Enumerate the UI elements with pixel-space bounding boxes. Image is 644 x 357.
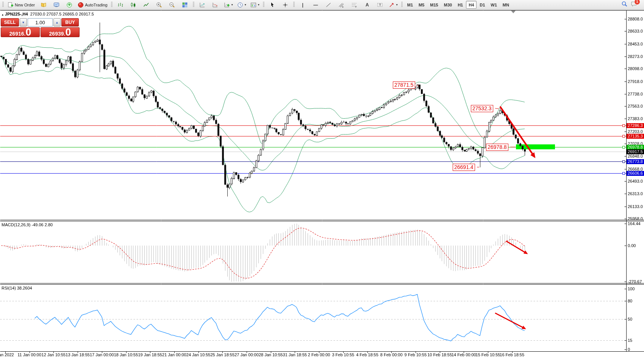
autotrading-button[interactable]: AutoTrading (76, 0, 109, 9)
price-line-handle[interactable] (622, 172, 625, 175)
channel-tool-button[interactable]: E (335, 0, 348, 9)
one-click-trade-panel: SELL ▼ 1.00 ▲ BUY 26916.0 26939.0 (1, 18, 80, 37)
toolbar-grip[interactable] (263, 2, 264, 8)
price-line-tag[interactable]: 26917.5 (627, 149, 644, 154)
text-tool-icon: A (366, 2, 369, 8)
chart-shift-button[interactable] (209, 0, 222, 9)
trendline-tool-button[interactable] (322, 0, 335, 9)
price-axis-label: 26493.0 (628, 179, 643, 183)
new-order-button[interactable]: New Order (6, 0, 37, 9)
market-watch-button[interactable] (37, 0, 50, 9)
candlestick-chart-button[interactable] (127, 0, 140, 9)
price-annotation[interactable]: 27871.5 (393, 81, 415, 89)
sell-price[interactable]: 26916.0 (1, 27, 40, 37)
timeframe-M30[interactable]: M30 (441, 1, 455, 9)
text-label-icon: T (377, 2, 383, 8)
period-button[interactable]: ▾ (235, 0, 248, 9)
price-axis-label: 28453.0 (628, 42, 643, 46)
macd-axis-label: -270.67 (628, 279, 642, 284)
add-indicator-button[interactable]: ▾ (222, 0, 235, 9)
terminal-icon (53, 2, 59, 8)
toolbar-grip[interactable] (193, 2, 194, 8)
timeframe-MN[interactable]: MN (500, 1, 512, 9)
text-tool-button[interactable]: A (361, 0, 374, 9)
volume-increase-button[interactable]: ▲ (53, 18, 61, 27)
timeframe-M15[interactable]: M15 (427, 1, 441, 9)
price-line-tag[interactable]: 27135.3 (627, 134, 644, 139)
price-line-tag[interactable]: 26773.8 (627, 159, 644, 164)
price-annotation[interactable]: 26978.8 (486, 144, 508, 151)
trendline-icon (325, 2, 331, 8)
price-axis-label: 26313.0 (628, 191, 643, 196)
svg-text:E: E (342, 5, 344, 8)
timeframe-M5[interactable]: M5 (416, 1, 427, 9)
timeframe-H1[interactable]: H1 (455, 1, 466, 9)
price-axis-label: 27738.0 (628, 92, 643, 96)
zoom-out-icon (169, 2, 175, 8)
arrows-shapes-icon (389, 2, 395, 8)
buy-price[interactable]: 26939.0 (41, 27, 80, 37)
line-chart-button[interactable] (140, 0, 153, 9)
price-line-tag[interactable]: 26606.6 (627, 171, 644, 176)
new-order-label: New Order (15, 3, 35, 7)
price-axis-label: 27383.0 (628, 116, 643, 121)
timeframe-M1[interactable]: M1 (405, 1, 416, 9)
price-annotation[interactable]: 27532.3 (471, 105, 493, 112)
timeframe-group: M1M5M15M30H1H4D1W1MN (405, 1, 512, 9)
horizontal-line-tool-button[interactable]: — (309, 0, 322, 9)
toolbar-grip[interactable] (293, 2, 295, 8)
chart-mark-icon (212, 2, 218, 8)
timeframe-D1[interactable]: D1 (477, 1, 488, 9)
zoom-out-button[interactable] (166, 0, 178, 9)
zoom-in-button[interactable] (153, 0, 166, 9)
crosshair-tool-button[interactable] (279, 0, 292, 9)
toolbar-grip[interactable] (401, 2, 403, 8)
search-button[interactable] (621, 1, 628, 9)
price-line-handle[interactable] (622, 124, 625, 127)
price-axis-label: 27203.0 (628, 129, 643, 134)
chevron-down-icon: ▾ (231, 3, 233, 6)
price-axis-label: 26848.0 (628, 154, 643, 158)
chart-canvas[interactable] (0, 0, 644, 357)
timeframe-W1[interactable]: W1 (488, 1, 500, 9)
cursor-tool-button[interactable] (266, 0, 279, 9)
notifications-button[interactable]: 1 (631, 1, 638, 9)
chevron-down-icon: ▾ (258, 3, 259, 6)
sell-button[interactable]: SELL (1, 18, 19, 27)
auto-arrange-button[interactable] (196, 0, 209, 9)
price-line-handle[interactable] (622, 135, 625, 138)
price-line-handle[interactable] (622, 146, 625, 149)
clock-icon (237, 2, 243, 8)
timeframe-H4[interactable]: H4 (466, 1, 477, 9)
volume-input[interactable]: 1.00 (28, 18, 53, 27)
volume-decrease-button[interactable]: ▼ (20, 18, 27, 27)
vertical-line-tool-button[interactable]: | (297, 0, 309, 9)
toolbar-grip[interactable] (111, 2, 113, 8)
price-annotation[interactable]: 26691.4 (453, 164, 475, 171)
shapes-tool-button[interactable]: ▾ (387, 0, 400, 9)
news-button[interactable] (63, 0, 75, 9)
chart-scroll-marker[interactable] (511, 11, 516, 13)
candlestick-icon (130, 2, 136, 8)
tile-windows-button[interactable] (179, 0, 191, 9)
buy-button[interactable]: BUY (61, 18, 79, 27)
cursor-icon (269, 2, 275, 8)
price-axis-label: 26133.0 (628, 204, 643, 209)
book-icon (41, 2, 47, 8)
fibonacci-tool-button[interactable]: F (348, 0, 361, 9)
label-tool-button[interactable]: T (374, 0, 386, 9)
line-chart-icon (143, 2, 149, 8)
vertical-line-icon: | (302, 2, 303, 8)
new-order-icon (8, 2, 14, 8)
one-click-collapse-icon[interactable]: ▴ (2, 13, 3, 16)
terminal-button[interactable] (50, 0, 63, 9)
horizontal-line-icon: — (313, 2, 318, 8)
toolbar-grip[interactable] (2, 2, 4, 8)
bar-chart-button[interactable] (114, 0, 127, 9)
svg-text:F: F (355, 6, 357, 8)
template-button[interactable]: ▾ (249, 0, 261, 9)
macd-indicator-label: MACD(12,26,9) -49.06 2.80 (2, 222, 53, 227)
buy-price-pip: 0 (65, 28, 71, 36)
price-line-tag[interactable]: 27286.3 (627, 123, 644, 128)
price-line-handle[interactable] (622, 160, 625, 163)
